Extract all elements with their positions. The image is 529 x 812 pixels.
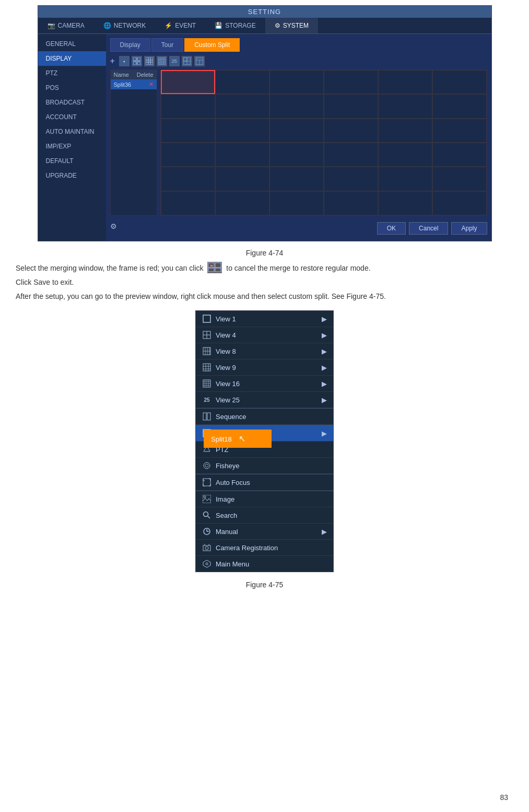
split-grid[interactable] (160, 69, 487, 216)
grid-cell-0-4[interactable] (378, 70, 432, 94)
grid-cell-1-2[interactable] (269, 94, 324, 118)
sidebar-upgrade[interactable]: UPGRADE (38, 168, 106, 183)
grid-cell-0-3[interactable] (324, 70, 378, 94)
grid-cell-0-5[interactable] (432, 70, 487, 94)
delete-split-button[interactable]: ✕ (149, 81, 154, 88)
menu-main-menu[interactable]: Main Menu (196, 556, 333, 572)
nav-storage[interactable]: 💾 STORAGE (205, 18, 265, 33)
grid-cell-4-2[interactable] (269, 167, 324, 191)
grid-cell-3-2[interactable] (269, 143, 324, 167)
grid-cell-0-1[interactable] (215, 70, 269, 94)
sidebar-account[interactable]: ACCOUNT (38, 110, 106, 124)
layout-2x2-icon[interactable] (132, 56, 142, 66)
menu-image[interactable]: Image (196, 491, 333, 507)
autofocus-icon (202, 478, 211, 487)
grid-cell-3-1[interactable] (215, 143, 269, 167)
apply-button[interactable]: Apply (451, 222, 487, 235)
menu-view1[interactable]: View 1 ▶ (196, 311, 333, 327)
sidebar-imp-exp[interactable]: IMP/EXP (38, 139, 106, 154)
settings-gear-icon[interactable]: ⚙ (110, 222, 117, 235)
grid-cell-2-1[interactable] (215, 119, 269, 143)
split-name-item[interactable]: Split36 ✕ (111, 79, 157, 89)
grid-cell-4-0[interactable] (161, 167, 215, 191)
grid-cell-3-5[interactable] (432, 143, 487, 167)
layout-3x3-icon[interactable] (144, 56, 155, 66)
grid-cell-2-4[interactable] (378, 119, 432, 143)
storage-nav-icon: 💾 (215, 22, 222, 29)
menu-camera-reg[interactable]: Camera Registration (196, 540, 333, 556)
menu-view9[interactable]: View 9 ▶ (196, 359, 333, 376)
layout-1x1-icon[interactable]: ▪ (119, 56, 130, 66)
layout-4x4-icon[interactable] (157, 56, 167, 66)
grid-cell-2-0[interactable] (161, 119, 215, 143)
sidebar-default[interactable]: DEFAULT (38, 154, 106, 168)
svg-point-58 (205, 464, 208, 467)
menu-fisheye[interactable]: Fisheye (196, 458, 333, 474)
grid-cell-4-5[interactable] (432, 167, 487, 191)
nav-camera[interactable]: 📷 CAMERA (38, 18, 94, 33)
cancel-button[interactable]: Cancel (409, 222, 448, 235)
grid-cell-2-2[interactable] (269, 119, 324, 143)
nav-event[interactable]: ⚡ EVENT (155, 18, 205, 33)
tab-display[interactable]: Display (110, 38, 150, 52)
grid-cell-4-4[interactable] (378, 167, 432, 191)
nav-system[interactable]: ⚙ SYSTEM (265, 18, 318, 33)
grid-cell-3-3[interactable] (324, 143, 378, 167)
menu-view25[interactable]: 25 View 25 ▶ (196, 392, 333, 408)
manual-arrow-icon: ▶ (322, 528, 327, 536)
grid-cell-1-0[interactable] (161, 94, 215, 118)
image-icon (202, 494, 211, 504)
menu-manual[interactable]: Manual ▶ (196, 524, 333, 540)
menu-search[interactable]: Search (196, 507, 333, 524)
grid-cell-5-3[interactable] (324, 191, 378, 215)
view1-icon (202, 314, 211, 323)
grid-cell-1-5[interactable] (432, 94, 487, 118)
grid-cell-1-1[interactable] (215, 94, 269, 118)
grid-cell-5-1[interactable] (215, 191, 269, 215)
grid-cell-0-2[interactable] (269, 70, 324, 94)
view9-arrow-icon: ▶ (322, 364, 327, 372)
grid-cell-5-2[interactable] (269, 191, 324, 215)
svg-point-57 (204, 462, 210, 469)
ok-button[interactable]: OK (377, 222, 406, 235)
tab-custom-split[interactable]: Custom Split (184, 38, 240, 52)
sidebar-broadcast[interactable]: BROADCAST (38, 95, 106, 110)
tab-tour[interactable]: Tour (151, 38, 183, 52)
grid-cell-2-5[interactable] (432, 119, 487, 143)
nav-network[interactable]: 🌐 NETWORK (94, 18, 155, 33)
grid-cell-0-0[interactable] (161, 70, 215, 94)
grid-cell-4-1[interactable] (215, 167, 269, 191)
layout-5x5-icon[interactable]: 25 (169, 56, 180, 66)
grid-cell-3-4[interactable] (378, 143, 432, 167)
grid-cell-5-4[interactable] (378, 191, 432, 215)
layout-misc1-icon[interactable] (182, 56, 192, 66)
grid-cell-1-3[interactable] (324, 94, 378, 118)
menu-view8[interactable]: View 8 ▶ (196, 343, 333, 359)
network-nav-icon: 🌐 (103, 22, 111, 29)
svg-point-73 (204, 512, 208, 517)
grid-cell-1-4[interactable] (378, 94, 432, 118)
sidebar-pos[interactable]: POS (38, 80, 106, 95)
submenu-split18[interactable]: Split18 ↖ (205, 431, 271, 447)
svg-point-81 (205, 547, 208, 550)
grid-cell-5-5[interactable] (432, 191, 487, 215)
sidebar-general[interactable]: GENERAL (38, 37, 106, 51)
sidebar-ptz[interactable]: PTZ (38, 66, 106, 80)
sidebar-auto-maintain[interactable]: AUTO MAINTAIN (38, 124, 106, 139)
svg-marker-82 (203, 560, 210, 567)
svg-rect-29 (203, 315, 210, 322)
add-split-button[interactable]: + (110, 56, 115, 66)
grid-cell-2-3[interactable] (324, 119, 378, 143)
toolbar: + ▪ (110, 56, 487, 66)
sidebar-display[interactable]: DISPLAY (38, 51, 106, 66)
menu-sequence[interactable]: Sequence (196, 408, 333, 425)
manual-icon (202, 527, 211, 536)
view16-arrow-icon: ▶ (322, 380, 327, 388)
grid-cell-5-0[interactable] (161, 191, 215, 215)
menu-view4[interactable]: View 4 ▶ (196, 327, 333, 343)
grid-cell-4-3[interactable] (324, 167, 378, 191)
grid-cell-3-0[interactable] (161, 143, 215, 167)
menu-autofocus[interactable]: Auto Focus (196, 474, 333, 491)
menu-view16[interactable]: View 16 ▶ (196, 376, 333, 392)
layout-misc2-icon[interactable] (194, 56, 205, 66)
